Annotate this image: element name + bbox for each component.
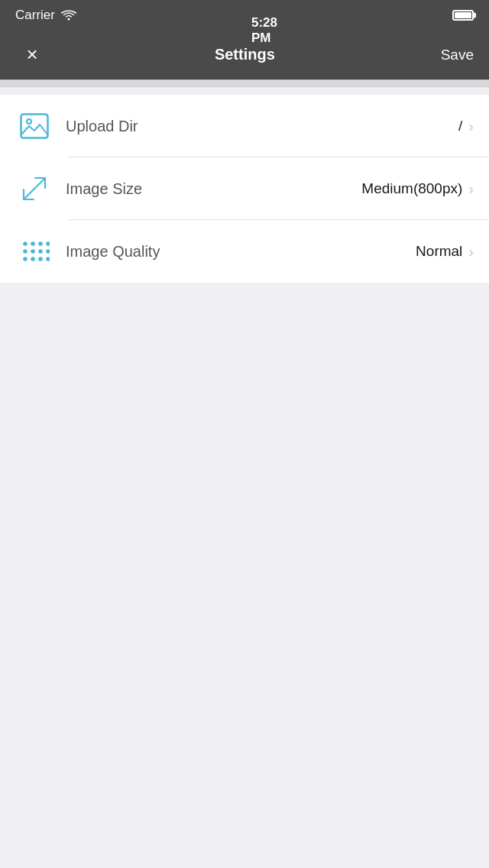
upload-dir-chevron: › [468,118,474,135]
svg-point-16 [46,257,50,261]
image-quality-item[interactable]: Image Quality Normal › [0,220,489,283]
svg-line-3 [24,189,34,199]
image-size-label: Image Size [66,180,361,198]
svg-point-13 [23,257,28,261]
close-button[interactable]: × [15,38,49,72]
background-area [0,283,489,868]
upload-dir-item[interactable]: Upload Dir / › [0,95,489,157]
image-size-icon [15,170,53,208]
image-size-item[interactable]: Image Size Medium(800px) › [0,157,489,220]
image-quality-chevron: › [468,243,474,261]
image-quality-icon [15,232,53,270]
svg-point-2 [27,119,31,124]
svg-line-4 [34,178,45,189]
status-time: 5:28 PM [251,15,277,46]
wifi-icon [61,10,76,21]
svg-point-7 [38,241,43,246]
svg-point-15 [38,257,43,261]
upload-dir-value: / [458,118,462,134]
svg-point-10 [31,249,35,254]
svg-point-0 [67,18,70,21]
svg-point-14 [31,257,35,261]
status-bar: Carrier 5:28 PM [0,0,489,31]
status-battery [452,10,474,21]
nav-title: Settings [215,46,275,63]
image-size-chevron: › [468,180,474,198]
svg-point-11 [38,249,43,254]
svg-point-8 [46,241,50,246]
image-quality-label: Image Quality [66,243,416,261]
upload-dir-label: Upload Dir [66,118,458,135]
settings-list: Upload Dir / › Image Size Medium(800px) … [0,95,489,283]
battery-icon [452,10,474,21]
image-size-value: Medium(800px) [361,180,462,197]
image-quality-value: Normal [416,243,462,260]
svg-point-9 [23,249,28,254]
nav-bar: × Settings Save [0,31,489,79]
nav-separator [0,79,489,87]
svg-point-6 [31,241,35,246]
upload-dir-icon [15,107,53,145]
svg-rect-1 [21,115,48,138]
save-button[interactable]: Save [441,47,474,63]
svg-point-12 [46,249,50,254]
carrier-label: Carrier [15,8,55,23]
status-carrier-wifi: Carrier [15,8,76,23]
svg-point-5 [23,241,28,246]
